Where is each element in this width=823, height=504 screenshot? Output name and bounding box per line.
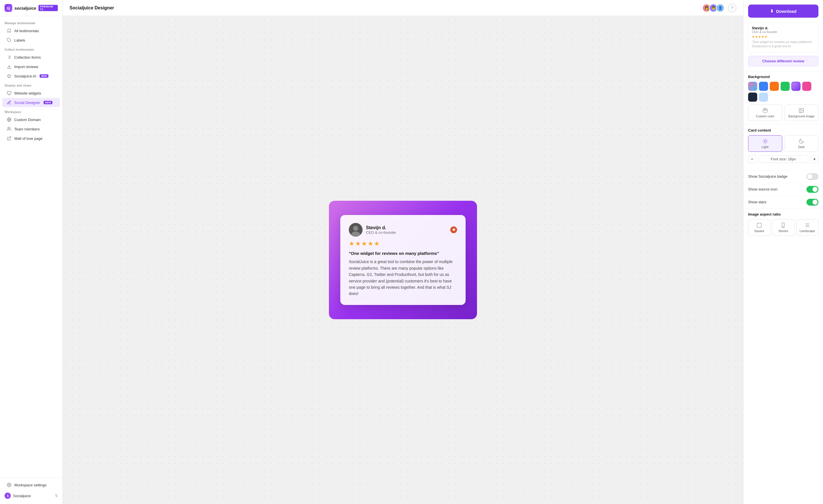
avatar-group: 👩 👨 👤	[702, 4, 724, 12]
sidebar-item-collection-forms[interactable]: Collection forms	[2, 53, 60, 62]
swatch-green[interactable]	[781, 82, 790, 91]
show-socialjuice-badge-toggle[interactable]	[807, 173, 818, 180]
download-button[interactable]: ⬇ Download	[748, 5, 818, 18]
sidebar-item-label: Socialjuice AI	[14, 74, 36, 78]
workspace-name: Socialjuice	[13, 494, 31, 498]
canvas-area: Stevijn d. CEO & co-founder ★★★★★ "One w…	[63, 16, 743, 504]
square-icon	[756, 222, 762, 228]
sidebar-item-custom-domain[interactable]: Custom Domain	[2, 115, 60, 124]
font-size-label: Font size: 16px	[758, 155, 808, 163]
manage-section-label: Manage testimonials	[0, 18, 62, 26]
show-stars-label: Show stars	[748, 200, 766, 204]
logo-text: socialjuice	[14, 6, 36, 11]
card-mode-options: Light Dark	[748, 135, 818, 152]
sidebar-item-label: Import reviews	[14, 65, 38, 69]
stars: ★★★★★	[349, 240, 457, 247]
settings-icon	[7, 483, 11, 487]
show-socialjuice-badge-label: Show Socialjuice badge	[748, 174, 787, 179]
sidebar-item-website-widgets[interactable]: Website widgets	[2, 89, 60, 98]
sidebar-item-team-members[interactable]: Team members	[2, 125, 60, 134]
sidebar-nav: Manage testimonials All testimonials Lab…	[0, 16, 62, 478]
preview-title: CEO & co-founder	[752, 30, 815, 34]
show-source-icon-label: Show source icon	[748, 187, 778, 191]
sidebar-item-labels[interactable]: Labels	[2, 36, 60, 45]
swatch-orange[interactable]	[770, 82, 779, 91]
swatch-blue[interactable]	[759, 82, 768, 91]
display-section-label: Display and share	[0, 81, 62, 88]
sidebar-item-label: All testimonials	[14, 29, 39, 33]
card-header: Stevijn d. CEO & co-founder	[349, 223, 457, 236]
swatch-pink-blue[interactable]	[748, 82, 757, 91]
page-title: Socialjuice Designer	[69, 5, 114, 11]
sidebar-item-label: Collection forms	[14, 55, 41, 59]
swatch-pink[interactable]	[802, 82, 811, 91]
sidebar-item-label: Wall of love page	[14, 136, 42, 141]
aspect-ratio-section: Image aspect ratio Square Stories Landsc…	[744, 208, 823, 239]
download-icon: ⬇	[770, 9, 774, 14]
review-card: Stevijn d. CEO & co-founder ★★★★★ "One w…	[340, 215, 466, 305]
chevron-updown-icon: ⇅	[55, 494, 58, 498]
workspace-switcher[interactable]: S Socialjuice ⇅	[0, 490, 62, 502]
help-button[interactable]: ?	[728, 4, 736, 12]
show-source-icon-toggle[interactable]	[807, 186, 818, 193]
users-icon	[7, 127, 11, 131]
sidebar-bottom: Workspace settings S Socialjuice ⇅	[0, 478, 62, 504]
download-icon	[7, 64, 11, 69]
sidebar-item-all-testimonials[interactable]: All testimonials	[2, 26, 60, 35]
show-stars-row: Show stars	[744, 196, 823, 208]
light-mode-option[interactable]: Light	[748, 135, 782, 152]
custom-color-option[interactable]: Custom color	[748, 105, 782, 121]
bg-options: Custom color Background image	[748, 105, 818, 121]
review-body: SocialJuice is a great tool to combine t…	[349, 259, 457, 297]
font-size-increase[interactable]: +	[810, 155, 818, 163]
svg-point-23	[765, 109, 766, 110]
author-info: Stevijn d. CEO & co-founder	[366, 225, 396, 234]
landscape-ratio-option[interactable]: Landscape	[796, 219, 818, 236]
preview-text: "One widget for reviews on many platform…	[752, 40, 815, 49]
sidebar-item-workspace-settings[interactable]: Workspace settings	[2, 480, 60, 490]
logo-area: sj socialjuice PREMIUM T3	[0, 0, 62, 16]
sidebar-item-label: Team members	[14, 127, 40, 131]
sidebar-item-socialjuice-ai[interactable]: Socialjuice AI NEW	[2, 71, 60, 80]
svg-line-31	[767, 143, 767, 143]
svg-rect-9	[7, 92, 11, 94]
background-image-label: Background image	[788, 115, 814, 118]
svg-point-14	[8, 127, 9, 129]
swatch-light-blue[interactable]	[759, 93, 768, 102]
preview-name: Stevijn d.	[752, 26, 815, 30]
aspect-ratio-options: Square Stories Landscape	[748, 219, 818, 236]
logo-icon: sj	[5, 4, 12, 12]
premium-badge: PREMIUM T3	[38, 5, 58, 11]
monitor-icon	[7, 91, 11, 96]
sidebar-item-import-reviews[interactable]: Import reviews	[2, 62, 60, 71]
svg-point-27	[764, 140, 766, 142]
sidebar-item-wall-of-love[interactable]: Wall of love page	[2, 134, 60, 143]
font-size-control: − Font size: 16px +	[748, 155, 818, 163]
light-mode-label: Light	[762, 145, 769, 149]
avatar-3: 👤	[716, 4, 724, 12]
phone-icon	[780, 222, 786, 228]
author-name: Stevijn d.	[366, 225, 396, 230]
author-avatar	[349, 223, 362, 236]
choose-review-button[interactable]: Choose different review	[748, 56, 818, 66]
sidebar-item-social-designer[interactable]: Social Designer NEW	[2, 98, 60, 107]
moon-icon	[799, 138, 804, 144]
background-image-option[interactable]: Background image	[785, 105, 819, 121]
svg-point-38	[783, 226, 784, 227]
show-stars-toggle[interactable]	[807, 199, 818, 206]
font-size-decrease[interactable]: −	[748, 155, 756, 163]
background-section: Background Custom color Backgroun	[744, 71, 823, 125]
swatch-purple[interactable]	[791, 82, 801, 91]
card-content-label: Card content	[748, 128, 818, 132]
stories-ratio-option[interactable]: Stories	[772, 219, 794, 236]
sun-icon	[762, 138, 768, 144]
producthunt-icon	[450, 226, 457, 233]
square-ratio-option[interactable]: Square	[748, 219, 770, 236]
sparkle-icon	[7, 74, 11, 78]
svg-line-34	[763, 143, 764, 143]
dark-mode-option[interactable]: Dark	[785, 135, 819, 152]
right-panel: ⬇ Download Stevijn d. CEO & co-founder ★…	[743, 0, 823, 504]
show-source-icon-row: Show source icon	[744, 183, 823, 196]
swatch-dark[interactable]	[748, 93, 757, 102]
palette-icon	[762, 108, 768, 113]
